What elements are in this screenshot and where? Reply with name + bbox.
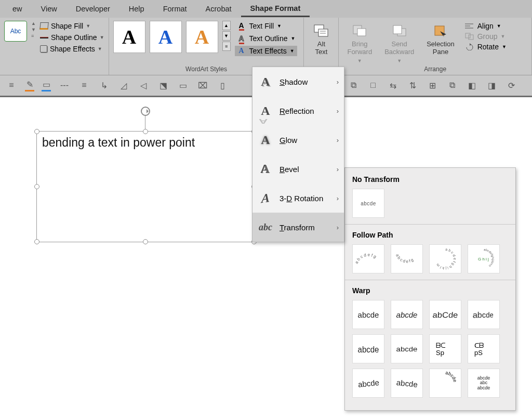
shape-style-preset[interactable]: Abc: [4, 21, 27, 42]
line-list-icon[interactable]: ≡: [78, 79, 90, 91]
svg-rect-1: [318, 29, 328, 36]
rotate-handle[interactable]: [141, 107, 150, 116]
warp-8[interactable]: ᑕᗷpS: [468, 334, 500, 363]
textbox-text[interactable]: bending a text in power point: [37, 132, 254, 154]
svg-text:ᗷᑕ: ᗷᑕ: [436, 342, 446, 349]
rotate-icon: [465, 43, 474, 50]
warp-2[interactable]: abcde: [391, 300, 423, 329]
bring-forward-button[interactable]: Bring Forward ▼: [343, 21, 376, 63]
align-icon: [465, 22, 474, 30]
effects-icon: [40, 45, 47, 53]
warp-9[interactable]: abcde: [352, 369, 384, 398]
align-left-icon[interactable]: ≡: [5, 79, 18, 91]
shadow-icon: A: [259, 74, 272, 89]
warp-5[interactable]: abcde: [352, 334, 384, 363]
send-back-small-icon[interactable]: ◨: [485, 79, 498, 91]
path-arch-down[interactable]: a b c d e f g: [391, 244, 423, 273]
distribute-v-icon[interactable]: ⇅: [406, 79, 419, 91]
path-circle[interactable]: a b c d e f g h i j k l m: [429, 244, 461, 273]
tab-acrobat[interactable]: Acrobat: [196, 2, 241, 16]
resize-handle-bl[interactable]: [34, 239, 39, 244]
shape-fill-button[interactable]: Shape Fill▼: [40, 21, 104, 31]
fx-shadow[interactable]: A Shadow›: [252, 67, 344, 96]
square-icon[interactable]: □: [367, 79, 379, 91]
resize-handle-tm[interactable]: [143, 129, 148, 134]
send-backward-icon: [391, 23, 408, 38]
rotate-small-icon[interactable]: ⟳: [505, 79, 517, 91]
text-fill-button[interactable]: A Text Fill▼: [235, 21, 298, 32]
fx-3d-rotation[interactable]: A 3-D Rotation›: [252, 184, 344, 213]
svg-text:ᑕᗷ: ᑕᗷ: [474, 342, 484, 349]
warp-1[interactable]: abcde: [352, 300, 384, 329]
alt-text-button[interactable]: Alt Text: [308, 21, 334, 56]
spacing-icon[interactable]: ⊞: [426, 79, 438, 91]
svg-rect-5: [357, 29, 366, 36]
svg-text:a b c d e f g: a b c d e f g: [354, 253, 377, 265]
send-backward-button[interactable]: Send Backward ▼: [380, 21, 418, 63]
path-button[interactable]: abcdefghijklmnG h i j: [468, 244, 500, 273]
warp-11[interactable]: abcde: [429, 369, 461, 398]
fx-bevel[interactable]: A Bevel›: [252, 154, 344, 184]
shape-triangle-icon[interactable]: ◿: [117, 79, 130, 91]
warp-7[interactable]: ᗷᑕSp: [429, 334, 461, 363]
tab-view[interactable]: View: [32, 2, 66, 16]
crop-icon[interactable]: ⧉: [347, 79, 360, 91]
warp-12[interactable]: abcdeabcabcde: [468, 369, 500, 398]
rect-icon[interactable]: ▭: [177, 79, 189, 91]
dash-style-icon[interactable]: ---: [58, 79, 71, 91]
svg-text:abcde: abcde: [445, 372, 458, 383]
tab-shape-format[interactable]: Shape Format: [241, 1, 310, 17]
tab-help[interactable]: Help: [119, 2, 154, 16]
distribute-h-icon[interactable]: ⇆: [387, 79, 399, 91]
resize-handle-bm[interactable]: [143, 239, 148, 244]
section-warp: Warp: [352, 286, 508, 295]
fx-transform[interactable]: abc Transform›: [252, 213, 344, 242]
flip-h-icon[interactable]: ◁: [137, 79, 150, 91]
group-button[interactable]: Group▼: [465, 32, 507, 41]
transform-none[interactable]: abcde: [352, 189, 384, 218]
tab-partial-ew[interactable]: ew: [3, 2, 32, 16]
svg-text:a b c d e f g h i j k l m: a b c d e f g h i j k l m: [435, 247, 457, 270]
transform-panel: No Transform abcde Follow Path a b c d e…: [344, 167, 516, 411]
glow-icon: A: [259, 133, 272, 147]
rotation-3d-icon: A: [259, 190, 272, 206]
flip-v-icon[interactable]: ⬔: [157, 79, 169, 91]
warp-4[interactable]: abcde: [468, 300, 500, 329]
group-small-icon[interactable]: ⧉: [446, 79, 458, 91]
resize-handle-tl[interactable]: [34, 129, 39, 134]
shape-effects-button[interactable]: Shape Effects▼: [40, 44, 104, 54]
fx-reflection[interactable]: AA Reflection›: [252, 96, 344, 125]
arrow-icon[interactable]: ↳: [98, 79, 110, 91]
svg-text:a b c d e f g: a b c d e f g: [395, 253, 414, 264]
bring-front-small-icon[interactable]: ◧: [466, 79, 478, 91]
rotate-button[interactable]: Rotate▼: [465, 43, 507, 51]
ink-color-icon[interactable]: ✎: [25, 79, 34, 91]
tab-format[interactable]: Format: [154, 2, 196, 16]
selection-pane-icon: [432, 23, 449, 38]
textbox-shape[interactable]: bending a text in power point: [36, 131, 255, 242]
text-outline-button[interactable]: A Text Outline▼: [235, 33, 298, 44]
wordart-thumb-orange[interactable]: A: [186, 21, 218, 53]
border-icon[interactable]: ▯: [216, 79, 229, 91]
wordart-gallery[interactable]: A A A: [113, 21, 218, 53]
resize-handle-ml[interactable]: [34, 184, 39, 189]
bring-forward-icon: [351, 23, 368, 38]
text-icon[interactable]: ⌧: [196, 79, 209, 91]
align-button[interactable]: Align▼: [465, 22, 507, 30]
selection-pane-button[interactable]: Selection Pane: [422, 21, 458, 56]
warp-10[interactable]: abcde: [391, 369, 423, 398]
wordart-scroll[interactable]: ▲▼≡: [222, 21, 231, 51]
path-arch-up[interactable]: a b c d e f g: [352, 244, 384, 273]
fx-glow[interactable]: A Glow›: [252, 125, 344, 154]
wordart-thumb-black[interactable]: A: [113, 21, 145, 53]
text-effects-button[interactable]: A Text Effects▼: [235, 46, 298, 56]
wordart-thumb-blue[interactable]: A: [150, 21, 182, 53]
tab-developer[interactable]: Developer: [66, 2, 119, 16]
warp-6[interactable]: abcde: [391, 334, 423, 363]
svg-rect-13: [469, 35, 473, 40]
section-follow-path: Follow Path: [352, 231, 508, 239]
bucket-icon: [39, 22, 48, 30]
warp-3[interactable]: abCde: [429, 300, 461, 329]
shape-outline-button[interactable]: Shape Outline▼: [40, 32, 104, 43]
outline-color-icon[interactable]: ▭: [42, 79, 51, 91]
